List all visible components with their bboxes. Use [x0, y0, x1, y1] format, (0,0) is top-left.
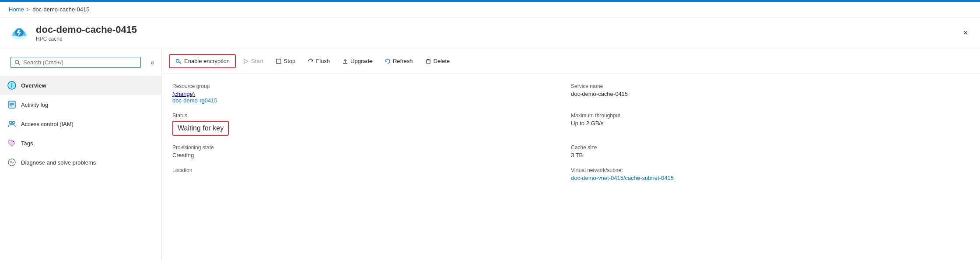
virtual-network-section: Virtual network/subnet doc-demo-vnet-041…	[571, 165, 970, 187]
enable-encryption-button[interactable]: Enable encryption	[169, 54, 236, 68]
svg-point-17	[176, 59, 179, 62]
status-label: Status	[172, 112, 571, 119]
sidebar-item-access-control[interactable]: Access control (IAM)	[0, 114, 161, 134]
sidebar-item-tags[interactable]: Tags	[0, 134, 161, 153]
overview-icon	[7, 81, 17, 90]
start-button[interactable]: Start	[238, 55, 268, 67]
sidebar-item-activity-log[interactable]: Activity log	[0, 95, 161, 114]
header-text-block: doc-demo-cache-0415 HPC cache	[36, 24, 137, 42]
flush-button[interactable]: Flush	[302, 55, 335, 67]
resource-group-value: doc-demo-rg0415	[172, 97, 571, 104]
sidebar-item-activity-log-label: Activity log	[21, 102, 48, 108]
resource-group-link[interactable]: doc-demo-rg0415	[172, 97, 217, 104]
activity-log-icon	[7, 100, 17, 109]
sidebar-item-tags-label: Tags	[21, 140, 33, 147]
virtual-network-link[interactable]: doc-demo-vnet-0415/cache-subnet-0415	[571, 175, 674, 181]
virtual-network-value: doc-demo-vnet-0415/cache-subnet-0415	[571, 175, 970, 181]
sidebar-item-overview-label: Overview	[21, 82, 46, 89]
svg-rect-20	[427, 60, 430, 63]
upgrade-icon	[342, 58, 348, 64]
flush-icon	[308, 58, 314, 64]
upgrade-button[interactable]: Upgrade	[337, 55, 378, 67]
resource-group-section: Resource group (change) doc-demo-rg0415	[172, 81, 571, 110]
resource-group-value-row: (change)	[172, 91, 571, 97]
sidebar: « Overview	[0, 49, 162, 260]
location-label: Location	[172, 167, 571, 173]
page-header: doc-demo-cache-0415 HPC cache ×	[0, 18, 980, 49]
resource-group-label: Resource group	[172, 83, 571, 89]
cache-size-label: Cache size	[571, 144, 970, 151]
tags-icon	[7, 138, 17, 148]
key-icon	[175, 58, 182, 65]
stop-button[interactable]: Stop	[270, 55, 301, 67]
svg-point-13	[9, 121, 12, 124]
collapse-sidebar-button[interactable]: «	[149, 57, 156, 68]
location-section: Location	[172, 165, 571, 187]
max-throughput-label: Maximum throughput	[571, 112, 970, 119]
sidebar-item-overview[interactable]: Overview	[0, 76, 161, 95]
service-name-section: Service name doc-demo-cache-0415	[571, 81, 970, 110]
main-layout: « Overview	[0, 49, 980, 260]
refresh-icon	[385, 58, 391, 64]
service-name-value: doc-demo-cache-0415	[571, 91, 970, 97]
svg-point-2	[15, 60, 19, 63]
provisioning-state-section: Provisioning state Creating	[172, 142, 571, 165]
svg-rect-7	[11, 85, 12, 88]
refresh-button[interactable]: Refresh	[379, 55, 418, 67]
provisioning-state-label: Provisioning state	[172, 144, 571, 151]
delete-icon	[425, 58, 431, 64]
status-box: Waiting for key	[172, 121, 229, 136]
toolbar: Enable encryption Start Stop	[162, 49, 980, 74]
cache-size-value: 3 TB	[571, 152, 970, 158]
search-input[interactable]	[23, 59, 137, 66]
svg-point-15	[13, 141, 14, 142]
breadcrumb-current: doc-demo-cache-0415	[32, 6, 89, 13]
max-throughput-section: Maximum throughput Up to 2 GB/s	[571, 110, 970, 142]
max-throughput-value: Up to 2 GB/s	[571, 120, 970, 126]
breadcrumb: Home > doc-demo-cache-0415	[0, 2, 980, 18]
service-name-label: Service name	[571, 83, 970, 89]
search-icon	[14, 60, 21, 66]
provisioning-state-value: Creating	[172, 152, 571, 158]
page-subtitle: HPC cache	[36, 36, 137, 42]
svg-point-6	[11, 84, 13, 85]
page-title: doc-demo-cache-0415	[36, 24, 137, 35]
sidebar-item-diagnose[interactable]: Diagnose and solve problems	[0, 153, 161, 172]
breadcrumb-separator: >	[27, 6, 30, 13]
access-control-icon	[7, 119, 17, 129]
sidebar-item-diagnose-label: Diagnose and solve problems	[21, 159, 96, 166]
status-section: Status Waiting for key	[172, 110, 571, 142]
sidebar-item-access-control-label: Access control (IAM)	[21, 121, 74, 127]
breadcrumb-home[interactable]: Home	[9, 6, 24, 13]
search-box[interactable]	[10, 57, 141, 68]
status-value: Waiting for key	[178, 124, 224, 132]
resource-group-change-link[interactable]: (change)	[172, 91, 195, 97]
content-area: Enable encryption Start Stop	[162, 49, 980, 260]
diagnose-icon	[7, 158, 17, 167]
nav-items: Overview Activity log	[0, 76, 161, 260]
cache-size-section: Cache size 3 TB	[571, 142, 970, 165]
stop-icon	[276, 58, 282, 64]
start-icon	[243, 58, 249, 64]
delete-button[interactable]: Delete	[420, 55, 455, 67]
svg-line-3	[18, 63, 20, 65]
hpc-cache-icon	[9, 23, 30, 44]
close-button[interactable]: ×	[959, 27, 971, 39]
details-area: Resource group (change) doc-demo-rg0415 …	[162, 74, 980, 260]
virtual-network-label: Virtual network/subnet	[571, 167, 970, 173]
svg-point-14	[12, 121, 15, 124]
svg-rect-18	[276, 59, 281, 63]
